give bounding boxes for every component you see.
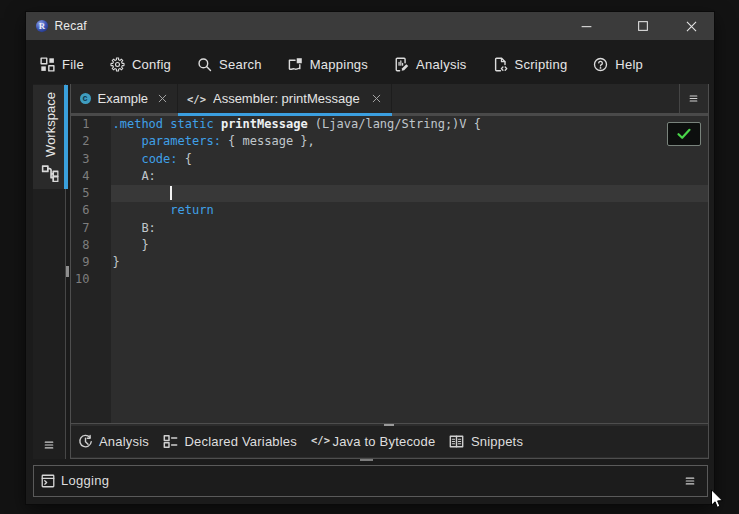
help-icon xyxy=(593,57,608,72)
assembler-tool-snippets[interactable]: Snippets xyxy=(442,426,530,457)
tool-label: Analysis xyxy=(99,434,149,449)
line-number: 10 xyxy=(71,271,90,288)
menu-item-help[interactable]: Help xyxy=(580,53,656,76)
tab-label: Assembler: printMessage xyxy=(213,91,360,106)
tool-label: Declared Variables xyxy=(185,434,297,449)
line-number: 1 xyxy=(71,116,90,133)
tab-label: Example xyxy=(98,91,149,106)
code-line-2: parameters: { message }, xyxy=(113,133,708,150)
menubar: FileConfigSearchMappingsAnalysisScriptin… xyxy=(26,40,714,82)
menu-item-mappings[interactable]: Mappings xyxy=(275,53,381,76)
gear-icon xyxy=(110,57,125,72)
minimize-button[interactable] xyxy=(569,12,603,40)
assembler-tool-declared-variables[interactable]: Declared Variables xyxy=(156,426,304,457)
history-icon xyxy=(78,434,93,449)
tab-close-icon[interactable] xyxy=(371,93,382,104)
mapping-icon xyxy=(288,57,303,72)
script-file-icon xyxy=(493,57,508,72)
close-button[interactable] xyxy=(674,12,708,40)
menu-item-label: Search xyxy=(219,57,262,72)
code-line-6: return xyxy=(113,202,708,219)
menu-item-label: Scripting xyxy=(515,57,568,72)
assembler-bottom-toolbar: AnalysisDeclared Variables</>Java to Byt… xyxy=(71,426,708,457)
menu-item-label: Help xyxy=(615,57,643,72)
tool-label: Snippets xyxy=(471,434,523,449)
terminal-icon xyxy=(41,474,55,488)
code-lines: .method static printMessage (Ljava/lang/… xyxy=(113,116,708,289)
code-line-3: code: { xyxy=(113,151,708,168)
line-number: 3 xyxy=(71,151,90,168)
menu-item-config[interactable]: Config xyxy=(97,53,184,76)
code-line-7: B: xyxy=(113,220,708,237)
assembler-pane: cExample</>Assembler: printMessage 12345… xyxy=(70,84,709,459)
sidebar-tab-label: Workspace xyxy=(42,92,57,157)
maximize-button[interactable] xyxy=(626,12,660,40)
assembler-editor[interactable]: 12345678910 .method static printMessage … xyxy=(71,116,708,423)
code-line-10 xyxy=(113,271,708,288)
tab-close-icon[interactable] xyxy=(157,93,168,104)
tool-label: Java to Bytecode xyxy=(332,434,435,449)
desktop: R Recaf FileConfigSearchMappingsAnalysis… xyxy=(0,0,739,514)
recaf-logo-icon: R xyxy=(35,19,49,33)
code-line-4: A: xyxy=(113,168,708,185)
editor-tabstrip: cExample</>Assembler: printMessage xyxy=(71,84,708,113)
sidebar-tab-workspace[interactable]: Workspace xyxy=(33,85,66,189)
line-number: 9 xyxy=(71,254,90,271)
search-icon xyxy=(197,57,212,72)
sidebar-tabstrip: Workspace xyxy=(33,84,66,459)
assembler-tool-analysis[interactable]: Analysis xyxy=(71,426,157,457)
horizontal-split-divider[interactable] xyxy=(360,459,373,462)
workspace-tree-icon xyxy=(41,165,58,182)
menu-item-label: Analysis xyxy=(416,57,466,72)
line-number: 8 xyxy=(71,237,90,254)
code-line-5 xyxy=(113,185,708,202)
code-area[interactable]: .method static printMessage (Ljava/lang/… xyxy=(111,116,708,423)
text-caret xyxy=(170,186,172,200)
editor-tab-assembler[interactable]: </>Assembler: printMessage xyxy=(178,84,392,113)
svg-text:R: R xyxy=(39,21,46,31)
variables-list-icon xyxy=(163,434,178,449)
menu-item-label: File xyxy=(62,57,84,72)
report-edit-icon xyxy=(394,57,409,72)
titlebar[interactable]: R Recaf xyxy=(26,12,714,40)
code-line-8: } xyxy=(113,237,708,254)
class-icon: c xyxy=(80,93,91,104)
line-number: 2 xyxy=(71,133,90,150)
line-number-gutter: 12345678910 xyxy=(71,116,112,423)
logging-panel-header[interactable]: Logging xyxy=(33,465,708,497)
code-line-9: } xyxy=(113,254,708,271)
mouse-cursor xyxy=(710,489,724,510)
window-title: Recaf xyxy=(55,12,87,40)
sidebar-menu-button[interactable] xyxy=(44,440,54,450)
logging-menu-button[interactable] xyxy=(685,476,695,486)
logging-label: Logging xyxy=(61,473,109,488)
workspace-grid-icon xyxy=(40,57,55,72)
menu-item-file[interactable]: File xyxy=(27,53,97,76)
menu-item-label: Mappings xyxy=(310,57,368,72)
assembler-status-button[interactable] xyxy=(667,122,701,146)
assembler-tool-java-to-bytecode[interactable]: </>Java to Bytecode xyxy=(304,426,442,457)
tabstrip-menu-button[interactable] xyxy=(679,84,708,113)
line-number: 4 xyxy=(71,168,90,185)
menu-item-scripting[interactable]: Scripting xyxy=(480,53,581,76)
code-icon: </> xyxy=(187,93,206,105)
menu-item-search[interactable]: Search xyxy=(184,53,275,76)
code-icon: </> xyxy=(311,434,326,449)
menu-item-analysis[interactable]: Analysis xyxy=(381,53,479,76)
editor-tab-example[interactable]: cExample xyxy=(71,84,179,113)
snippets-book-icon xyxy=(449,434,464,449)
menu-item-label: Config xyxy=(132,57,171,72)
line-number: 6 xyxy=(71,202,90,219)
line-number: 7 xyxy=(71,220,90,237)
code-line-1: .method static printMessage (Ljava/lang/… xyxy=(113,116,708,133)
line-number: 5 xyxy=(71,185,90,202)
